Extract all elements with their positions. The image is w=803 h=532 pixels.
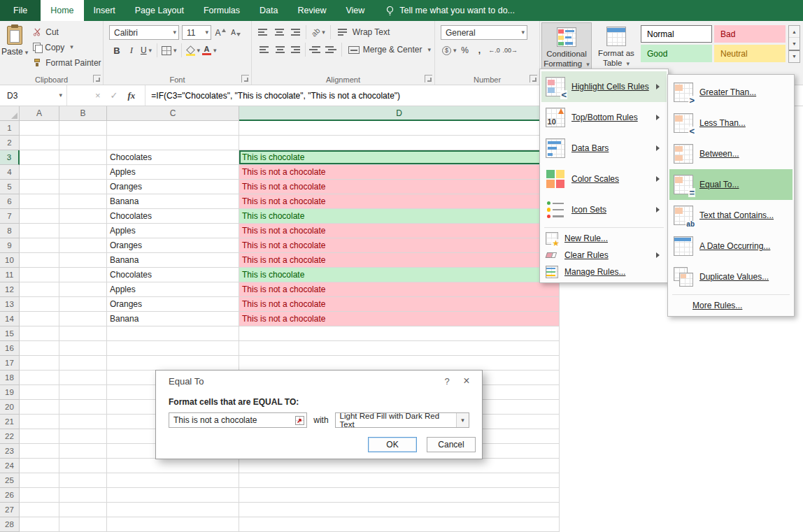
cell-d24[interactable] [239,459,560,473]
cell-b19[interactable] [59,385,107,400]
menu-item-text-that-contains[interactable]: abText that Contains... [669,200,793,231]
cell-c7[interactable]: Chocolates [107,209,239,224]
cell-a13[interactable] [20,297,59,312]
menu-item-a-date-occurring[interactable]: A Date Occurring... [669,231,793,261]
enter-formula-button[interactable]: ✓ [111,90,118,101]
cell-b17[interactable] [59,356,107,371]
cell-d4[interactable]: This is not a chocolate [239,165,560,180]
cell-b26[interactable] [59,488,107,503]
cell-a3[interactable] [20,150,59,165]
menu-item-manage-rules[interactable]: Manage Rules... [541,264,667,280]
cell-d10[interactable]: This is not a chocolate [239,253,560,268]
row-header-27[interactable]: 27 [0,503,20,517]
increase-decimal-button[interactable] [488,43,501,57]
row-header-4[interactable]: 4 [0,165,20,180]
row-header-3[interactable]: 3 [0,150,20,165]
cell-b8[interactable] [59,224,107,238]
font-size-select[interactable]: 11▾ [182,25,211,40]
cell-a6[interactable] [20,194,59,209]
underline-button[interactable]: U▾ [140,43,152,57]
cell-c4[interactable]: Apples [107,165,239,180]
align-left-button[interactable] [259,43,271,57]
cell-d14[interactable]: This is not a chocolate [239,312,560,326]
tab-home[interactable]: Home [41,0,83,21]
gallery-up-button[interactable]: ▲ [789,26,800,37]
row-header-10[interactable]: 10 [0,253,20,268]
menu-item-between[interactable]: Between... [669,138,793,169]
cell-c16[interactable] [107,341,239,356]
increase-indent-button[interactable] [325,43,337,57]
cell-d7[interactable]: This is chocolate [239,209,560,224]
format-select[interactable]: Light Red Fill with Dark Red Text ▾ [335,412,469,428]
dialog-close-button[interactable]: × [457,373,476,389]
menu-item-top-bottom-rules[interactable]: 10Top/Bottom Rules [541,102,667,133]
format-as-table-button[interactable]: Format as Table ▾ [595,22,638,69]
cell-a25[interactable] [20,473,59,488]
tab-page-layout[interactable]: Page Layout [125,0,194,21]
tab-review[interactable]: Review [287,0,336,21]
cell-c28[interactable] [107,517,239,532]
dialog-help-button[interactable]: ? [437,373,457,389]
cell-a27[interactable] [20,503,59,517]
cell-a24[interactable] [20,459,59,473]
cell-b28[interactable] [59,517,107,532]
row-header-23[interactable]: 23 [0,444,20,459]
row-header-15[interactable]: 15 [0,326,20,341]
row-header-6[interactable]: 6 [0,194,20,209]
cell-c13[interactable]: Oranges [107,297,239,312]
percent-style-button[interactable]: % [459,43,471,57]
menu-item-color-scales[interactable]: Color Scales [541,164,667,194]
cell-a11[interactable] [20,268,59,282]
cell-b16[interactable] [59,341,107,356]
cell-d27[interactable] [239,503,560,517]
decrease-indent-button[interactable] [310,43,322,57]
alignment-dialog-launcher-icon[interactable] [425,75,432,82]
cell-b21[interactable] [59,415,107,429]
row-header-8[interactable]: 8 [0,224,20,238]
menu-item-clear-rules[interactable]: Clear Rules [541,247,667,264]
select-all-button[interactable] [0,106,20,121]
cell-a16[interactable] [20,341,59,356]
menu-item-new-rule[interactable]: ★New Rule... [541,230,667,247]
cell-a15[interactable] [20,326,59,341]
row-header-9[interactable]: 9 [0,238,20,253]
align-center-button[interactable] [273,43,286,57]
cell-c9[interactable]: Oranges [107,238,239,253]
cell-b27[interactable] [59,503,107,517]
row-header-16[interactable]: 16 [0,341,20,356]
row-header-21[interactable]: 21 [0,415,20,429]
cell-c25[interactable] [107,473,239,488]
cell-c10[interactable]: Banana [107,253,239,268]
cell-d28[interactable] [239,517,560,532]
borders-button[interactable]: ▾ [162,43,177,57]
column-header-d[interactable]: D [239,106,560,121]
cell-a26[interactable] [20,488,59,503]
wrap-text-button[interactable]: Wrap Text [336,26,392,39]
align-top-button[interactable] [257,25,270,39]
accounting-format-button[interactable]: ▾ [442,43,457,57]
cell-c17[interactable] [107,356,239,371]
row-header-25[interactable]: 25 [0,473,20,488]
cell-c24[interactable] [107,459,239,473]
row-header-11[interactable]: 11 [0,268,20,282]
align-right-button[interactable] [288,43,301,57]
cell-b9[interactable] [59,238,107,253]
cell-c8[interactable]: Apples [107,224,239,238]
cell-a2[interactable] [20,136,59,150]
row-header-7[interactable]: 7 [0,209,20,224]
cell-c11[interactable]: Chocolates [107,268,239,282]
tab-formulas[interactable]: Formulas [194,0,250,21]
tab-file[interactable]: File [0,0,41,21]
row-header-17[interactable]: 17 [0,356,20,371]
cell-d15[interactable] [239,326,560,341]
cell-a22[interactable] [20,429,59,444]
row-header-18[interactable]: 18 [0,371,20,385]
cell-d8[interactable]: This is not a chocolate [239,224,560,238]
column-header-c[interactable]: C [107,106,239,121]
row-header-13[interactable]: 13 [0,297,20,312]
cell-style-neutral[interactable]: Neutral [714,45,786,62]
cell-a20[interactable] [20,400,59,415]
cell-b10[interactable] [59,253,107,268]
cell-a17[interactable] [20,356,59,371]
row-header-14[interactable]: 14 [0,312,20,326]
